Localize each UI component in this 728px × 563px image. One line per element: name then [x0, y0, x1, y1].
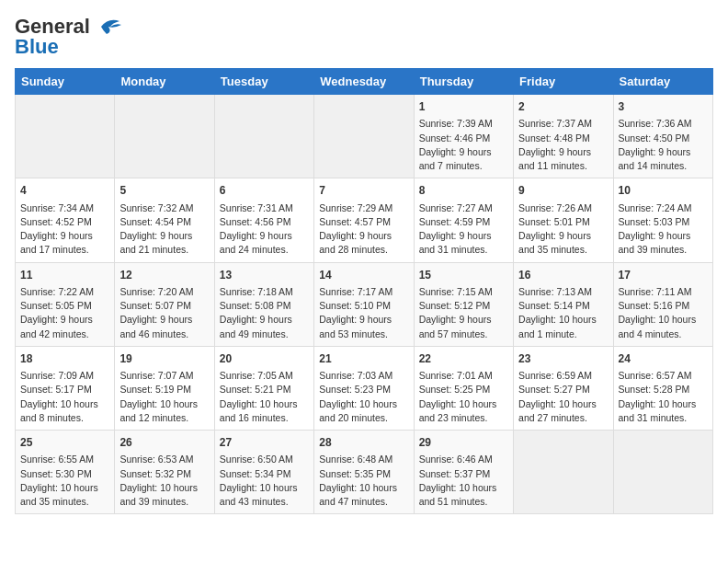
weekday-header-row: SundayMondayTuesdayWednesdayThursdayFrid… [16, 69, 713, 95]
weekday-header-thursday: Thursday [414, 69, 513, 95]
calendar-week-0: 1Sunrise: 7:39 AM Sunset: 4:46 PM Daylig… [16, 95, 713, 178]
calendar-week-2: 11Sunrise: 7:22 AM Sunset: 5:05 PM Dayli… [16, 262, 713, 346]
day-info: Sunrise: 7:20 AM Sunset: 5:07 PM Dayligh… [119, 285, 209, 341]
calendar-cell-4-5 [514, 431, 613, 514]
day-number: 26 [119, 435, 209, 451]
day-info: Sunrise: 6:59 AM Sunset: 5:27 PM Dayligh… [518, 369, 608, 425]
day-number: 13 [220, 268, 309, 283]
calendar-cell-0-4: 1Sunrise: 7:39 AM Sunset: 4:46 PM Daylig… [414, 95, 513, 178]
day-info: Sunrise: 7:26 AM Sunset: 5:01 PM Dayligh… [518, 201, 608, 258]
day-info: Sunrise: 7:17 AM Sunset: 5:10 PM Dayligh… [319, 285, 408, 341]
weekday-header-friday: Friday [514, 69, 613, 95]
calendar-cell-3-6: 24Sunrise: 6:57 AM Sunset: 5:28 PM Dayli… [613, 346, 712, 430]
day-info: Sunrise: 7:05 AM Sunset: 5:21 PM Dayligh… [220, 369, 309, 425]
day-info: Sunrise: 7:29 AM Sunset: 4:57 PM Dayligh… [319, 201, 408, 258]
calendar-week-3: 18Sunrise: 7:09 AM Sunset: 5:17 PM Dayli… [16, 346, 713, 430]
calendar-cell-1-4: 8Sunrise: 7:27 AM Sunset: 4:59 PM Daylig… [414, 178, 513, 262]
day-info: Sunrise: 7:24 AM Sunset: 5:03 PM Dayligh… [619, 201, 708, 258]
day-number: 28 [319, 435, 408, 451]
calendar-header: SundayMondayTuesdayWednesdayThursdayFrid… [16, 69, 713, 95]
day-info: Sunrise: 7:15 AM Sunset: 5:12 PM Dayligh… [419, 285, 508, 341]
day-info: Sunrise: 6:46 AM Sunset: 5:37 PM Dayligh… [419, 453, 508, 509]
calendar-cell-1-3: 7Sunrise: 7:29 AM Sunset: 4:57 PM Daylig… [314, 178, 414, 262]
calendar-cell-2-5: 16Sunrise: 7:13 AM Sunset: 5:14 PM Dayli… [514, 262, 613, 346]
day-number: 15 [419, 268, 508, 283]
day-number: 3 [619, 99, 708, 115]
calendar-cell-3-3: 21Sunrise: 7:03 AM Sunset: 5:23 PM Dayli… [314, 346, 414, 430]
day-info: Sunrise: 7:03 AM Sunset: 5:23 PM Dayligh… [319, 369, 408, 425]
day-number: 8 [419, 183, 508, 199]
calendar-cell-1-5: 9Sunrise: 7:26 AM Sunset: 5:01 PM Daylig… [514, 178, 613, 262]
calendar-cell-4-4: 29Sunrise: 6:46 AM Sunset: 5:37 PM Dayli… [414, 431, 513, 514]
day-number: 2 [518, 99, 608, 115]
calendar-cell-2-0: 11Sunrise: 7:22 AM Sunset: 5:05 PM Dayli… [16, 262, 115, 346]
day-number: 4 [20, 183, 109, 199]
calendar-cell-4-1: 26Sunrise: 6:53 AM Sunset: 5:32 PM Dayli… [115, 431, 214, 514]
day-number: 23 [518, 351, 608, 367]
day-info: Sunrise: 7:13 AM Sunset: 5:14 PM Dayligh… [518, 285, 608, 341]
day-info: Sunrise: 7:11 AM Sunset: 5:16 PM Dayligh… [619, 285, 708, 341]
calendar-cell-2-2: 13Sunrise: 7:18 AM Sunset: 5:08 PM Dayli… [214, 262, 313, 346]
calendar-cell-3-0: 18Sunrise: 7:09 AM Sunset: 5:17 PM Dayli… [16, 346, 115, 430]
calendar-cell-4-6 [613, 431, 712, 514]
calendar-cell-0-5: 2Sunrise: 7:37 AM Sunset: 4:48 PM Daylig… [514, 95, 613, 178]
day-number: 11 [20, 268, 109, 283]
calendar-cell-4-2: 27Sunrise: 6:50 AM Sunset: 5:34 PM Dayli… [214, 431, 313, 514]
calendar-cell-0-0 [16, 95, 115, 178]
day-info: Sunrise: 7:18 AM Sunset: 5:08 PM Dayligh… [220, 285, 309, 341]
day-number: 20 [220, 351, 309, 367]
logo: General Blue [15, 15, 123, 59]
calendar-cell-3-2: 20Sunrise: 7:05 AM Sunset: 5:21 PM Dayli… [214, 346, 313, 430]
day-number: 25 [20, 435, 109, 451]
calendar-body: 1Sunrise: 7:39 AM Sunset: 4:46 PM Daylig… [16, 95, 713, 514]
calendar-cell-2-1: 12Sunrise: 7:20 AM Sunset: 5:07 PM Dayli… [115, 262, 214, 346]
calendar-table: SundayMondayTuesdayWednesdayThursdayFrid… [15, 68, 713, 514]
day-number: 27 [220, 435, 309, 451]
calendar-cell-1-1: 5Sunrise: 7:32 AM Sunset: 4:54 PM Daylig… [115, 178, 214, 262]
day-info: Sunrise: 7:31 AM Sunset: 4:56 PM Dayligh… [220, 201, 309, 258]
calendar-cell-2-4: 15Sunrise: 7:15 AM Sunset: 5:12 PM Dayli… [414, 262, 513, 346]
day-number: 18 [20, 351, 109, 367]
day-number: 10 [619, 183, 708, 199]
day-number: 5 [119, 183, 209, 199]
day-info: Sunrise: 7:09 AM Sunset: 5:17 PM Dayligh… [20, 369, 109, 425]
day-number: 29 [419, 435, 508, 451]
day-number: 22 [419, 351, 508, 367]
day-number: 6 [220, 183, 309, 199]
day-number: 9 [518, 183, 608, 199]
day-info: Sunrise: 6:55 AM Sunset: 5:30 PM Dayligh… [20, 453, 109, 509]
calendar-cell-1-6: 10Sunrise: 7:24 AM Sunset: 5:03 PM Dayli… [613, 178, 712, 262]
day-info: Sunrise: 6:48 AM Sunset: 5:35 PM Dayligh… [319, 453, 408, 509]
day-number: 12 [119, 268, 209, 283]
day-number: 21 [319, 351, 408, 367]
calendar-cell-2-6: 17Sunrise: 7:11 AM Sunset: 5:16 PM Dayli… [613, 262, 712, 346]
weekday-header-monday: Monday [115, 69, 214, 95]
calendar-cell-1-2: 6Sunrise: 7:31 AM Sunset: 4:56 PM Daylig… [214, 178, 313, 262]
day-info: Sunrise: 7:39 AM Sunset: 4:46 PM Dayligh… [419, 117, 508, 173]
calendar-cell-0-1 [115, 95, 214, 178]
day-number: 7 [319, 183, 408, 199]
calendar-cell-1-0: 4Sunrise: 7:34 AM Sunset: 4:52 PM Daylig… [16, 178, 115, 262]
weekday-header-tuesday: Tuesday [214, 69, 313, 95]
calendar-cell-3-5: 23Sunrise: 6:59 AM Sunset: 5:27 PM Dayli… [514, 346, 613, 430]
calendar-cell-3-4: 22Sunrise: 7:01 AM Sunset: 5:25 PM Dayli… [414, 346, 513, 430]
logo-blue-text: Blue [15, 35, 59, 59]
day-number: 24 [619, 351, 708, 367]
day-info: Sunrise: 7:01 AM Sunset: 5:25 PM Dayligh… [419, 369, 508, 425]
day-info: Sunrise: 6:57 AM Sunset: 5:28 PM Dayligh… [619, 369, 708, 425]
weekday-header-saturday: Saturday [613, 69, 712, 95]
day-info: Sunrise: 7:27 AM Sunset: 4:59 PM Dayligh… [419, 201, 508, 258]
calendar-week-4: 25Sunrise: 6:55 AM Sunset: 5:30 PM Dayli… [16, 431, 713, 514]
calendar-cell-3-1: 19Sunrise: 7:07 AM Sunset: 5:19 PM Dayli… [115, 346, 214, 430]
day-info: Sunrise: 7:37 AM Sunset: 4:48 PM Dayligh… [518, 117, 608, 173]
calendar-cell-2-3: 14Sunrise: 7:17 AM Sunset: 5:10 PM Dayli… [314, 262, 414, 346]
day-number: 19 [119, 351, 209, 367]
page-header: General Blue [15, 15, 713, 59]
day-number: 14 [319, 268, 408, 283]
logo-bird-icon [94, 17, 123, 36]
weekday-header-sunday: Sunday [16, 69, 115, 95]
day-number: 16 [518, 268, 608, 283]
day-info: Sunrise: 7:34 AM Sunset: 4:52 PM Dayligh… [20, 201, 109, 258]
calendar-week-1: 4Sunrise: 7:34 AM Sunset: 4:52 PM Daylig… [16, 178, 713, 262]
day-number: 17 [619, 268, 708, 283]
